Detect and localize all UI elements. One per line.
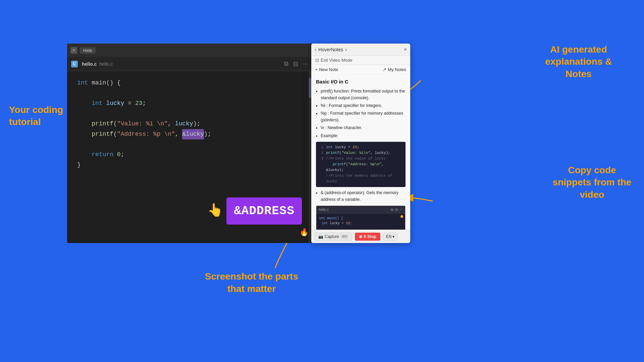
editor-tab-name[interactable]: hello.c hello.c (82, 61, 113, 67)
hn-actions: + New Note ↗ My Notes (311, 65, 410, 74)
editor-tab-icon: C (71, 61, 78, 67)
window-topbar: × Hide (67, 44, 312, 57)
code-line-9: } (77, 160, 312, 170)
code-line-6: printf("Address: %p \n", &lucky); (77, 129, 312, 139)
hn-exit-video-button[interactable]: ⊡ Exit Video Mode (315, 58, 352, 63)
hn-code-line-4: printf("Address: %p\n", &lucky); (319, 162, 402, 173)
code-line-8: return 0; (77, 149, 312, 160)
hn-video-thumbnail: hello.c ⧉ ⊟ ··· int main() { int lucky =… (316, 205, 406, 230)
hn-bullet-2: %i : Format specifier for integers. (321, 103, 406, 109)
window-close-button[interactable]: × (70, 47, 77, 54)
fire-icon: 🔥 (300, 227, 309, 239)
hn-more-bullet-1: & (address-of operator): Gets the memory… (321, 190, 406, 203)
hn-capture-shortcut: ⌘K (340, 234, 349, 239)
hn-thumb-layout-icon[interactable]: ⊟ (395, 207, 398, 213)
hn-back-button[interactable]: ‹ (315, 47, 316, 53)
hand-emoji: 👆 (207, 200, 223, 222)
hn-code-line-2: 2 printf("Value: %i\n", lucky); (319, 150, 402, 156)
hn-lang-button[interactable]: EN ▾ (383, 233, 398, 241)
hn-code-line-1: 1 int lucky = 23; (319, 144, 402, 150)
hn-thumb-actions: ⧉ ⊟ ··· (391, 207, 402, 213)
hn-thumb-dot (400, 215, 403, 218)
code-line-2 (77, 88, 312, 99)
hn-bullets: printf() function: Prints formatted outp… (316, 88, 406, 139)
annotation-ai: AI generated explanations & Notes (533, 44, 624, 80)
hn-bullet-4: \n : Newline character. (321, 125, 406, 131)
hn-article-title: Basic I/O in C (316, 78, 406, 85)
code-banner: &ADDRESS (226, 197, 302, 225)
stop-icon: ⊗ (359, 234, 362, 239)
camera-icon: 📷 (318, 234, 323, 239)
hn-bullet-5: Example: (321, 133, 406, 139)
hn-bottombar: 📷 Capture ⌘K ⊗ 0 Stop EN ▾ (311, 230, 410, 243)
code-line-7 (77, 139, 312, 150)
annotation-screenshot: Screenshot the parts that matter (201, 270, 302, 295)
annotation-copy: Copy code snippets from the video (550, 164, 634, 201)
hn-forward-button[interactable]: › (345, 47, 347, 53)
hn-more-bullets: & (address-of operator): Gets the memory… (316, 190, 406, 203)
hn-close-button[interactable]: × (404, 47, 407, 53)
hn-titlebar: ‹ HoverNotes › × (311, 44, 410, 56)
hn-new-note-button[interactable]: + New Note (315, 67, 338, 72)
hn-bullet-3: %p : Format specifier for memory address… (321, 110, 406, 123)
hn-video-content: int main() { int lucky = 23; printf("Val… (316, 214, 405, 230)
editor-tab-actions: ⧉ ⊟ ··· (284, 60, 308, 68)
code-line-4 (77, 109, 312, 119)
editor-tabbar: C hello.c hello.c ⧉ ⊟ ··· (67, 57, 312, 71)
hn-code-line-5: //Prints the memory address of lucky (319, 173, 402, 184)
hn-video-thumb-bar: hello.c ⧉ ⊟ ··· (316, 206, 405, 214)
code-line-1: int main() { (77, 78, 312, 88)
external-link-icon: ↗ (383, 67, 386, 72)
hovernotes-panel: ‹ HoverNotes › × ⊡ Exit Video Mode + New… (311, 44, 410, 243)
hn-thumb-filename: hello.c (319, 207, 329, 213)
hn-capture-button[interactable]: 📷 Capture ⌘K (315, 233, 352, 241)
hn-thumb-copy-icon[interactable]: ⧉ (391, 207, 393, 213)
hn-code-line-3: 3 //Prints the value of lucky (319, 156, 402, 162)
hn-content: Basic I/O in C printf() function: Prints… (311, 74, 410, 230)
code-line-3: int lucky = 23; (77, 98, 312, 109)
code-area: int main() { int lucky = 23; printf("Val… (67, 71, 312, 243)
hn-my-notes-button[interactable]: ↗ My Notes (383, 67, 406, 72)
editor-layout-icon[interactable]: ⊟ (293, 60, 298, 68)
hn-thumb-more-icon[interactable]: ··· (400, 207, 402, 213)
hn-stop-button[interactable]: ⊗ 0 Stop (355, 233, 380, 241)
window-hide-button[interactable]: Hide (80, 47, 96, 54)
code-line-5: printf("Value: %i \n", lucky); (77, 119, 312, 129)
chevron-down-icon: ▾ (392, 234, 394, 239)
editor-more-icon[interactable]: ··· (303, 60, 308, 68)
editor-window: × Hide C hello.c hello.c ⧉ ⊟ ··· int mai… (67, 44, 312, 243)
editor-split-icon[interactable]: ⧉ (284, 60, 288, 68)
hn-toolbar: ⊡ Exit Video Mode (311, 56, 410, 65)
hn-title: HoverNotes (318, 47, 343, 52)
hn-code-block: 1 int lucky = 23; 2 printf("Value: %i\n"… (316, 142, 406, 187)
hn-bullet-1: printf() function: Prints formatted outp… (321, 88, 406, 101)
screen-icon: ⊡ (315, 58, 319, 63)
